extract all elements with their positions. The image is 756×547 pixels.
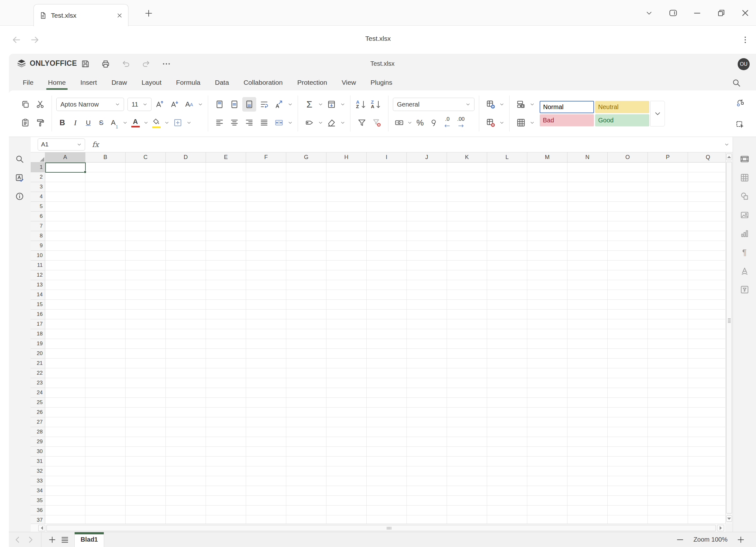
grid-cell-g8[interactable] [286, 231, 326, 241]
grid-cell-f13[interactable] [246, 280, 286, 290]
grid-cell-m21[interactable] [527, 358, 567, 368]
grid-cell-c27[interactable] [126, 417, 166, 427]
grid-cell-n16[interactable] [567, 309, 608, 319]
grid-cell-n14[interactable] [567, 290, 608, 300]
grid-cell-p16[interactable] [648, 309, 688, 319]
grid-cell-o15[interactable] [608, 300, 648, 309]
grid-cell-k7[interactable] [447, 221, 487, 231]
grid-cell-i9[interactable] [367, 241, 407, 251]
grid-cell-a10[interactable] [45, 251, 85, 261]
kebab-menu-icon[interactable] [740, 34, 751, 46]
grid-cell-c29[interactable] [126, 437, 166, 447]
grid-cell-q3[interactable] [688, 182, 725, 192]
grid-cell-b19[interactable] [85, 339, 126, 349]
grid-cell-g10[interactable] [286, 251, 326, 261]
grid-cell-q24[interactable] [688, 388, 725, 398]
align-center-button[interactable] [227, 115, 241, 130]
grid-cell-a22[interactable] [45, 368, 85, 378]
row-header-9[interactable]: 9 [31, 241, 45, 251]
grid-cell-p25[interactable] [648, 398, 688, 407]
grid-cell-q27[interactable] [688, 417, 725, 427]
grid-cell-a32[interactable] [45, 466, 85, 476]
grid-cell-g22[interactable] [286, 368, 326, 378]
grid-cell-f9[interactable] [246, 241, 286, 251]
grid-cell-e14[interactable] [206, 290, 246, 300]
grid-cell-q14[interactable] [688, 290, 725, 300]
grid-cell-i31[interactable] [367, 457, 407, 466]
grid-cell-b18[interactable] [85, 329, 126, 339]
grid-cell-o3[interactable] [608, 182, 648, 192]
grid-cell-b15[interactable] [85, 300, 126, 309]
grid-cell-l34[interactable] [487, 486, 527, 496]
grid-cell-e19[interactable] [206, 339, 246, 349]
grid-cell-i16[interactable] [367, 309, 407, 319]
grid-cell-l30[interactable] [487, 447, 527, 457]
grid-cell-f27[interactable] [246, 417, 286, 427]
grid-cell-q34[interactable] [688, 486, 725, 496]
grid-cell-h13[interactable] [326, 280, 367, 290]
grid-cell-g35[interactable] [286, 496, 326, 506]
grid-cell-c17[interactable] [126, 319, 166, 329]
cut-button[interactable] [33, 97, 47, 112]
scroll-up-button[interactable] [726, 154, 732, 160]
grid-cell-n5[interactable] [567, 202, 608, 212]
grid-cell-j37[interactable] [407, 515, 447, 524]
grid-cell-c8[interactable] [126, 231, 166, 241]
grid-cell-i3[interactable] [367, 182, 407, 192]
row-header-17[interactable]: 17 [31, 319, 45, 329]
grid-cell-i2[interactable] [367, 172, 407, 182]
vertical-scroll-thumb[interactable] [726, 162, 732, 513]
grid-cell-e31[interactable] [206, 457, 246, 466]
grid-cell-p29[interactable] [648, 437, 688, 447]
grid-cell-l10[interactable] [487, 251, 527, 261]
grid-cell-f35[interactable] [246, 496, 286, 506]
grid-cell-n10[interactable] [567, 251, 608, 261]
column-header-h[interactable]: H [326, 152, 367, 163]
grid-cell-o11[interactable] [608, 261, 648, 271]
grid-cell-p20[interactable] [648, 349, 688, 358]
grid-cell-k25[interactable] [447, 398, 487, 407]
grid-cell-c26[interactable] [126, 407, 166, 417]
grid-cell-o29[interactable] [608, 437, 648, 447]
row-header-37[interactable]: 37 [31, 515, 45, 524]
scroll-down-button[interactable] [726, 515, 732, 522]
justify-button[interactable] [257, 115, 271, 130]
grid-cell-n29[interactable] [567, 437, 608, 447]
grid-cell-l7[interactable] [487, 221, 527, 231]
styles-gallery-expand-button[interactable] [650, 101, 665, 127]
grid-cell-j22[interactable] [407, 368, 447, 378]
grid-cell-n15[interactable] [567, 300, 608, 309]
number-format-select[interactable]: General [393, 98, 474, 111]
grid-cell-b2[interactable] [85, 172, 126, 182]
grid-cell-d19[interactable] [166, 339, 206, 349]
grid-cell-k29[interactable] [447, 437, 487, 447]
grid-cell-m33[interactable] [527, 476, 567, 486]
grid-cell-j11[interactable] [407, 261, 447, 271]
grid-cell-m1[interactable] [527, 163, 567, 172]
accounting-style-caret[interactable] [406, 115, 413, 130]
grid-cell-g5[interactable] [286, 202, 326, 212]
grid-cell-h34[interactable] [326, 486, 367, 496]
grid-cell-e33[interactable] [206, 476, 246, 486]
grid-cell-e35[interactable] [206, 496, 246, 506]
grid-cell-a9[interactable] [45, 241, 85, 251]
grid-cell-g26[interactable] [286, 407, 326, 417]
grid-cell-q19[interactable] [688, 339, 725, 349]
grid-cell-q26[interactable] [688, 407, 725, 417]
grid-cell-d32[interactable] [166, 466, 206, 476]
grid-cell-h25[interactable] [326, 398, 367, 407]
column-header-m[interactable]: M [527, 152, 567, 163]
grid-cell-m27[interactable] [527, 417, 567, 427]
row-header-30[interactable]: 30 [31, 447, 45, 457]
row-header-13[interactable]: 13 [31, 280, 45, 290]
grid-cell-j25[interactable] [407, 398, 447, 407]
grid-cell-e24[interactable] [206, 388, 246, 398]
grid-cell-n37[interactable] [567, 515, 608, 524]
grid-cell-l36[interactable] [487, 506, 527, 515]
fill-handle[interactable] [84, 171, 86, 173]
restore-button[interactable] [716, 7, 727, 19]
grid-cell-n13[interactable] [567, 280, 608, 290]
grid-cell-d25[interactable] [166, 398, 206, 407]
grid-cell-d37[interactable] [166, 515, 206, 524]
grid-cell-p5[interactable] [648, 202, 688, 212]
